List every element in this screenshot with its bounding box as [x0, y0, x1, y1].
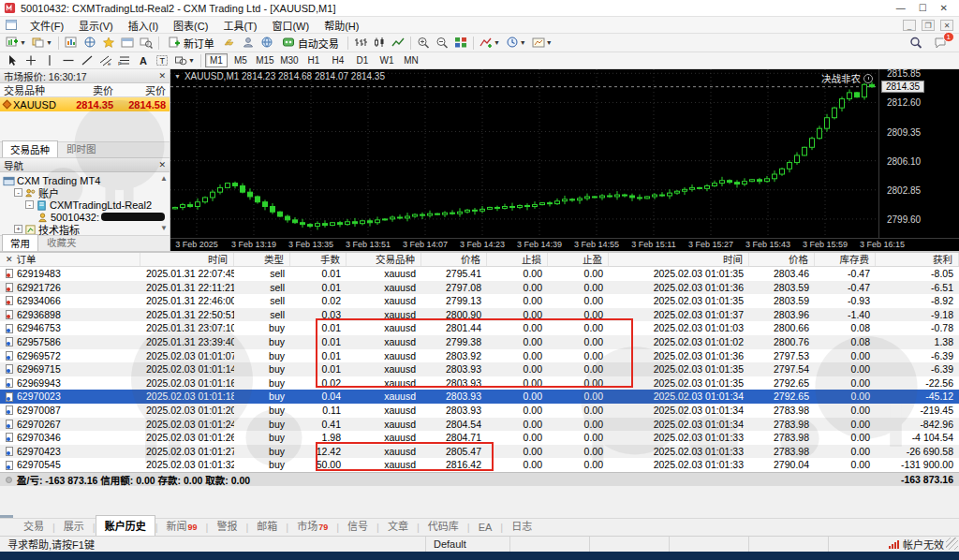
timeframe-h1-button[interactable]: H1 [302, 53, 325, 67]
market-watch-tab[interactable]: 交易品种 [2, 140, 58, 157]
vertical-line-button[interactable] [40, 52, 59, 68]
column-bid[interactable]: 卖价 [66, 82, 117, 97]
terminal-button[interactable] [118, 35, 137, 51]
maximize-button[interactable]: ☐ [919, 3, 927, 13]
market-watch-close-icon[interactable]: ✕ [158, 71, 166, 81]
minimize-button[interactable]: — [896, 3, 906, 13]
crosshair-button[interactable] [22, 52, 40, 68]
column-header[interactable]: 止盈 [548, 253, 609, 266]
column-ask[interactable]: 买价 [117, 82, 170, 97]
new-chart-button[interactable]: ▼ [3, 35, 29, 51]
history-row[interactable]: 629217262025.01.31 22:11:21sell0.01xauus… [0, 281, 959, 295]
tree-expander-icon[interactable]: - [25, 200, 34, 209]
column-header[interactable]: 时间 [609, 253, 749, 266]
navigator-item[interactable]: -账户 [3, 186, 170, 199]
periods-button[interactable]: ▼ [503, 35, 529, 51]
shapes-button[interactable]: ▼ [171, 52, 198, 68]
market-watch-button[interactable] [62, 35, 81, 51]
menu-item[interactable]: 图表(C) [166, 20, 215, 33]
globe-button[interactable] [258, 35, 276, 51]
zoom-out-button[interactable] [433, 35, 451, 51]
status-profile[interactable]: Default [426, 537, 510, 552]
price-axis[interactable]: 2815.852812.602809.352806.102802.852799.… [878, 69, 959, 238]
new-order-button[interactable]: 新订单 [162, 35, 220, 51]
text-button[interactable]: A [134, 52, 153, 68]
column-header[interactable]: 价格 [421, 253, 487, 266]
history-row[interactable]: 629194832025.01.31 22:07:45sell0.01xauus… [0, 267, 959, 281]
terminal-tab-ea[interactable]: EA [470, 520, 501, 536]
terminal-tab-6[interactable]: 市场79 [288, 516, 336, 536]
timeframe-m15-button[interactable]: M15 [254, 53, 276, 67]
scroll-down-icon[interactable]: ▼ [160, 225, 168, 232]
trendline-button[interactable] [78, 52, 96, 68]
timeframe-w1-button[interactable]: W1 [376, 53, 398, 67]
doc-minimize-button[interactable]: _ [903, 20, 916, 31]
column-header[interactable]: 类型 [234, 253, 290, 266]
column-header[interactable]: 手数 [290, 253, 347, 266]
history-row[interactable]: 629700872025.02.03 01:01:20buy0.11xauusd… [0, 404, 959, 418]
templates-button[interactable]: ▼ [529, 35, 555, 51]
menu-item[interactable]: 工具(T) [215, 20, 264, 33]
bars-chart-button[interactable] [351, 35, 370, 51]
navigator-tab[interactable]: 常用 [2, 234, 38, 251]
time-axis[interactable]: 3 Feb 20253 Feb 13:193 Feb 13:353 Feb 13… [170, 238, 959, 251]
terminal-tab-8[interactable]: 文章 [379, 516, 417, 536]
menu-item[interactable]: 窗口(W) [264, 20, 317, 33]
navigator-button[interactable] [99, 35, 118, 51]
timeframe-m1-button[interactable]: M1 [205, 53, 228, 67]
timeframe-m5-button[interactable]: M5 [229, 53, 252, 67]
auto-trading-button[interactable]: 自动交易 [276, 35, 345, 51]
tree-expander-icon[interactable]: - [14, 188, 22, 197]
text-label-button[interactable]: T [153, 52, 171, 68]
timeframe-h4-button[interactable]: H4 [327, 53, 349, 67]
terminal-tab-4[interactable]: 警报 [208, 516, 245, 536]
doc-restore-button[interactable]: ❐ [922, 20, 935, 31]
menu-item[interactable]: 帮助(H) [317, 20, 366, 33]
search-button[interactable] [907, 35, 925, 51]
navigator-tab[interactable]: 收藏夹 [38, 233, 85, 251]
column-header[interactable]: 库存费 [815, 253, 876, 266]
navigator-item[interactable]: 50010432: [3, 211, 170, 223]
horizontal-line-button[interactable] [59, 52, 78, 68]
terminal-tab-9[interactable]: 代码库 [420, 516, 467, 536]
zoom-in-button[interactable] [414, 35, 433, 51]
resize-grip[interactable] [946, 538, 958, 550]
timeframe-mn-button[interactable]: MN [400, 53, 422, 67]
terminal-tab-2[interactable]: 账户历史 [96, 515, 155, 536]
terminal-close-icon[interactable]: ✕ [6, 253, 13, 266]
column-header[interactable]: 获利 [876, 253, 959, 266]
timeframe-m30-button[interactable]: M30 [278, 53, 301, 67]
channel-button[interactable]: e [96, 52, 115, 68]
navigator-item[interactable]: -CXMTradingLtd-Real2 [3, 199, 170, 211]
market-watch-row[interactable]: XAUUSD 2814.35 2814.58 [0, 97, 170, 111]
chart-dropdown-icon[interactable]: ▼ [174, 73, 181, 80]
indicators-button[interactable]: ▼ [477, 35, 503, 51]
deposit-button[interactable] [220, 35, 239, 51]
column-header[interactable]: 订单 [17, 253, 37, 266]
market-watch-tab[interactable]: 即时图 [58, 140, 105, 157]
profiles-button[interactable]: ▼ [29, 35, 55, 51]
tree-expander-icon[interactable]: + [14, 225, 22, 233]
candlestick-plot[interactable] [170, 69, 878, 238]
column-header[interactable]: 交易品种 [347, 253, 421, 266]
cursor-button[interactable] [3, 52, 22, 68]
column-header[interactable]: 价格 [749, 253, 815, 266]
menu-item[interactable]: 插入(I) [121, 20, 166, 33]
column-header[interactable]: 时间 [140, 253, 234, 266]
tile-windows-button[interactable] [451, 35, 470, 51]
column-symbol[interactable]: 交易品种 [0, 82, 66, 97]
notifications-button[interactable]: 1 [931, 35, 950, 51]
history-row[interactable]: 629340662025.01.31 22:46:00sell0.02xauus… [0, 294, 959, 308]
navigator-close-icon[interactable]: ✕ [158, 160, 166, 169]
fibonacci-button[interactable]: F [115, 52, 134, 68]
candles-chart-button[interactable] [370, 35, 389, 51]
terminal-tab-1[interactable]: 展示 [55, 516, 93, 536]
menu-item[interactable]: 文件(F) [22, 20, 71, 33]
timeframe-d1-button[interactable]: D1 [351, 53, 374, 67]
chart-window[interactable]: ▼ XAUUSD,M1 2814.23 2814.68 2814.07 2814… [170, 69, 959, 251]
terminal-tab-7[interactable]: 信号 [339, 516, 376, 536]
line-chart-button[interactable] [389, 35, 407, 51]
person-button[interactable] [239, 35, 258, 51]
terminal-tab-0[interactable]: 交易 [15, 516, 52, 536]
menu-item[interactable]: 显示(V) [71, 20, 121, 33]
